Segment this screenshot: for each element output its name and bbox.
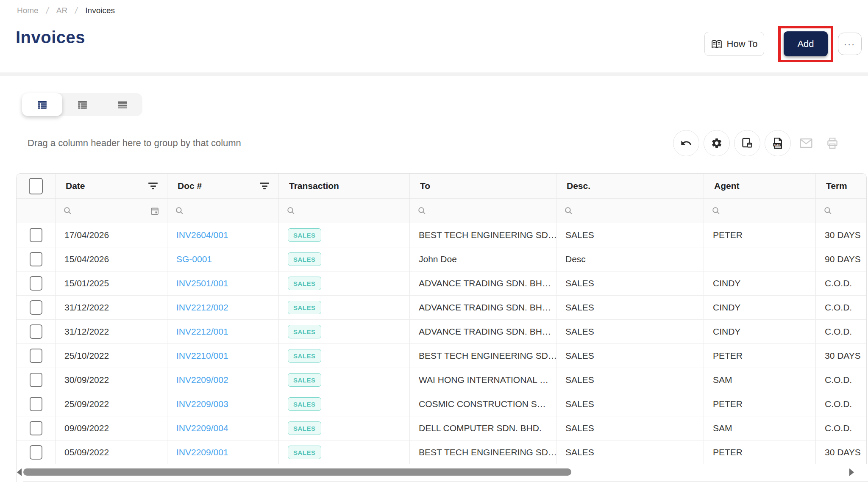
row-list-icon: [117, 100, 128, 109]
table-row[interactable]: 15/01/2025 INV2501/001 SALES ADVANCE TRA…: [17, 271, 866, 295]
settings-button[interactable]: [704, 130, 730, 156]
filter-cell-doc[interactable]: [167, 199, 279, 223]
filter-cell-to[interactable]: [410, 199, 556, 223]
row-checkbox[interactable]: [30, 349, 42, 363]
how-to-label: How To: [727, 39, 758, 50]
column-header-term[interactable]: Term: [816, 174, 866, 198]
cell-term: C.O.D.: [816, 368, 866, 392]
doc-link[interactable]: INV2604/001: [176, 230, 228, 240]
calendar-icon[interactable]: [150, 206, 159, 216]
row-select-cell: [17, 368, 56, 392]
cell-to: ADVANCE TRADING SDN. BH…: [410, 271, 556, 295]
transaction-badge: SALES: [288, 446, 321, 459]
cell-doc: INV2209/004: [167, 416, 279, 440]
filter-cell-transaction[interactable]: [279, 199, 410, 223]
cell-transaction: SALES: [279, 223, 410, 247]
table-grid-icon: [77, 100, 88, 110]
table-row[interactable]: 30/09/2022 INV2209/002 SALES WAI HONG IN…: [17, 368, 866, 392]
row-checkbox[interactable]: [30, 421, 42, 435]
select-all-checkbox[interactable]: [29, 178, 43, 194]
transaction-badge: SALES: [288, 349, 321, 363]
cell-doc: INV2210/001: [167, 344, 279, 368]
cell-transaction: SALES: [279, 247, 410, 271]
filter-icon[interactable]: [148, 183, 158, 189]
cell-to: COSMIC CONSTRUCTION S…: [410, 392, 556, 416]
more-options-button[interactable]: ...: [838, 33, 862, 55]
doc-link[interactable]: INV2209/003: [176, 399, 228, 409]
table-row[interactable]: 15/04/2026 SG-0001 SALES John Doe Desc 9…: [17, 247, 866, 271]
table-row[interactable]: 09/09/2022 INV2209/004 SALES DELL COMPUT…: [17, 416, 866, 440]
scroll-left-arrow-icon[interactable]: [17, 468, 22, 476]
row-checkbox[interactable]: [30, 276, 42, 291]
doc-link[interactable]: INV2212/001: [176, 327, 228, 337]
tab-grid-view[interactable]: [22, 93, 62, 116]
tab-compact-view[interactable]: [62, 93, 103, 116]
search-icon: [712, 206, 721, 215]
column-header-transaction[interactable]: Transaction: [279, 174, 410, 198]
breadcrumb-separator: /: [45, 5, 50, 16]
export-xlsx-button[interactable]: XLSX: [765, 130, 791, 156]
doc-link[interactable]: INV2209/001: [176, 447, 228, 457]
horizontal-scrollbar[interactable]: [23, 468, 571, 476]
filter-cell-desc[interactable]: [556, 199, 704, 223]
undo-button[interactable]: [673, 130, 699, 156]
cell-to: ADVANCE TRADING SDN. BH…: [410, 296, 556, 319]
breadcrumb: Home / AR / Invoices: [17, 5, 115, 16]
add-button[interactable]: Add: [784, 31, 828, 56]
column-header-to[interactable]: To: [410, 174, 556, 198]
doc-link[interactable]: INV2501/001: [176, 278, 228, 288]
breadcrumb-separator: /: [74, 5, 79, 16]
search-icon: [175, 206, 184, 215]
row-checkbox[interactable]: [30, 252, 42, 266]
cell-doc: INV2209/002: [167, 368, 279, 392]
cell-date: 31/12/2022: [56, 320, 167, 343]
column-chooser-button[interactable]: [734, 130, 760, 156]
search-icon: [63, 206, 72, 215]
column-header-doc[interactable]: Doc #: [167, 174, 279, 198]
transaction-badge: SALES: [288, 397, 321, 411]
table-row[interactable]: 05/09/2022 INV2209/001 SALES BEST TECH E…: [17, 440, 866, 464]
filter-cell-term[interactable]: [816, 199, 866, 223]
cell-date: 15/01/2025: [56, 271, 167, 295]
table-row[interactable]: 17/04/2026 INV2604/001 SALES BEST TECH E…: [17, 223, 866, 247]
search-icon: [823, 206, 832, 215]
row-checkbox[interactable]: [30, 228, 42, 242]
filter-icon[interactable]: [260, 183, 269, 189]
ellipsis-icon: ...: [844, 37, 855, 48]
row-checkbox[interactable]: [30, 445, 42, 460]
table-row[interactable]: 31/12/2022 INV2212/001 SALES ADVANCE TRA…: [17, 319, 866, 343]
column-header-agent[interactable]: Agent: [704, 174, 816, 198]
column-header-desc[interactable]: Desc.: [556, 174, 704, 198]
filter-cell-agent[interactable]: [704, 199, 816, 223]
cell-agent: [704, 247, 816, 271]
gear-icon: [711, 137, 723, 149]
doc-link[interactable]: INV2210/001: [176, 351, 228, 361]
transaction-badge: SALES: [288, 252, 321, 266]
cell-agent: CINDY: [704, 320, 816, 343]
table-header-row: Date Doc # Transaction To Desc. Agent Te…: [17, 174, 866, 198]
filter-cell-date[interactable]: [56, 199, 167, 223]
cell-transaction: SALES: [279, 440, 410, 464]
table-row[interactable]: 25/10/2022 INV2210/001 SALES BEST TECH E…: [17, 343, 866, 368]
how-to-button[interactable]: How To: [704, 32, 764, 56]
column-header-date[interactable]: Date: [56, 174, 167, 198]
table-row[interactable]: 25/09/2022 INV2209/003 SALES COSMIC CONS…: [17, 392, 866, 416]
table-row[interactable]: 31/12/2022 INV2212/002 SALES ADVANCE TRA…: [17, 295, 866, 319]
row-checkbox[interactable]: [30, 324, 42, 339]
doc-link[interactable]: SG-0001: [176, 254, 212, 264]
doc-link[interactable]: INV2209/002: [176, 375, 228, 385]
cell-term: C.O.D.: [816, 271, 866, 295]
scroll-right-arrow-icon[interactable]: [849, 468, 854, 476]
doc-link[interactable]: INV2209/004: [176, 423, 228, 433]
breadcrumb-home[interactable]: Home: [17, 6, 39, 15]
row-checkbox[interactable]: [30, 300, 42, 315]
row-checkbox[interactable]: [30, 373, 42, 387]
breadcrumb-ar[interactable]: AR: [56, 6, 67, 15]
tab-list-view[interactable]: [102, 93, 142, 116]
cell-agent: PETER: [704, 223, 816, 247]
invoices-table: Date Doc # Transaction To Desc. Agent Te…: [16, 173, 867, 464]
cell-doc: INV2209/001: [167, 440, 279, 464]
doc-link[interactable]: INV2212/002: [176, 302, 228, 313]
cell-term: 30 DAYS: [816, 344, 866, 368]
row-checkbox[interactable]: [30, 397, 42, 411]
